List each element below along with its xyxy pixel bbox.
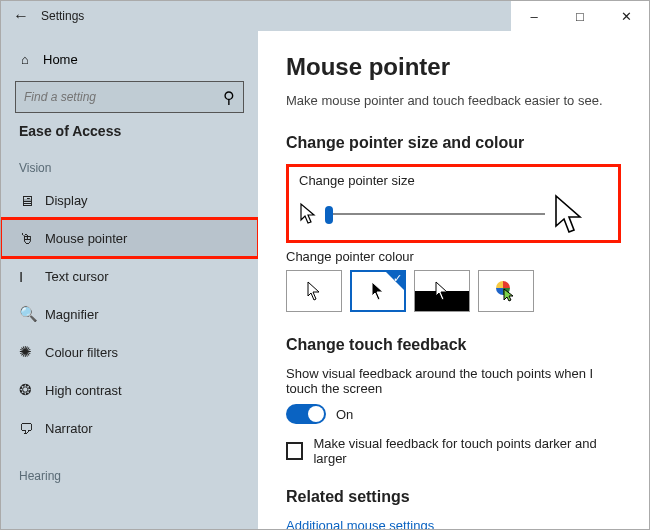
check-icon: ✓ xyxy=(393,272,402,285)
section-size-colour: Change pointer size and colour xyxy=(286,134,621,152)
maximize-button[interactable]: □ xyxy=(557,1,603,31)
sidebar-group-hearing: Hearing xyxy=(1,461,258,489)
pointer-size-label: Change pointer size xyxy=(299,173,608,188)
page-subtitle: Make mouse pointer and touch feedback ea… xyxy=(286,93,621,108)
display-icon: 🖥 xyxy=(19,192,45,209)
darker-larger-checkbox[interactable] xyxy=(286,442,303,460)
pointer-size-highlight: Change pointer size xyxy=(286,164,621,243)
pointer-colour-white[interactable] xyxy=(286,270,342,312)
colour-filters-icon: ✺ xyxy=(19,343,45,361)
toggle-knob xyxy=(308,406,324,422)
cursor-large-icon xyxy=(553,194,585,234)
sidebar-item-text-cursor[interactable]: I Text cursor xyxy=(1,257,258,295)
back-button[interactable]: ← xyxy=(1,7,41,25)
sidebar-item-label: Display xyxy=(45,193,88,208)
toggle-state-label: On xyxy=(336,407,353,422)
search-box[interactable]: ⚲ xyxy=(15,81,244,113)
sidebar-category: Ease of Access xyxy=(1,123,258,139)
slider-thumb[interactable] xyxy=(325,206,333,224)
sidebar-home-label: Home xyxy=(43,52,78,67)
cursor-small-icon xyxy=(299,202,317,226)
page-title: Mouse pointer xyxy=(286,53,621,81)
touch-feedback-toggle[interactable] xyxy=(286,404,326,424)
touch-feedback-desc: Show visual feedback around the touch po… xyxy=(286,366,621,396)
window-title: Settings xyxy=(41,9,84,23)
sidebar-item-high-contrast[interactable]: ❂ High contrast xyxy=(1,371,258,409)
section-related: Related settings xyxy=(286,488,621,506)
high-contrast-icon: ❂ xyxy=(19,381,45,399)
text-cursor-icon: I xyxy=(19,268,45,285)
narrator-icon: 🗩 xyxy=(19,420,45,437)
sidebar: ⌂ Home ⚲ Ease of Access Vision 🖥 Display… xyxy=(1,31,258,529)
close-button[interactable]: ✕ xyxy=(603,1,649,31)
darker-larger-label: Make visual feedback for touch points da… xyxy=(313,436,621,466)
sidebar-item-label: Colour filters xyxy=(45,345,118,360)
content-pane: Mouse pointer Make mouse pointer and tou… xyxy=(258,31,649,529)
minimize-button[interactable]: – xyxy=(511,1,557,31)
slider-track xyxy=(325,213,545,215)
sidebar-item-label: Narrator xyxy=(45,421,93,436)
sidebar-home[interactable]: ⌂ Home xyxy=(1,41,258,77)
pointer-colour-label: Change pointer colour xyxy=(286,249,621,264)
pointer-colour-inverted[interactable] xyxy=(414,270,470,312)
sidebar-item-mouse-pointer[interactable]: 🖰 Mouse pointer xyxy=(1,219,258,257)
sidebar-item-display[interactable]: 🖥 Display xyxy=(1,181,258,219)
search-icon: ⚲ xyxy=(223,88,235,107)
additional-mouse-settings-link[interactable]: Additional mouse settings xyxy=(286,518,621,529)
sidebar-item-label: High contrast xyxy=(45,383,122,398)
sidebar-item-narrator[interactable]: 🗩 Narrator xyxy=(1,409,258,447)
pointer-size-slider[interactable] xyxy=(325,202,545,226)
home-icon: ⌂ xyxy=(21,52,43,67)
pointer-colour-custom[interactable] xyxy=(478,270,534,312)
sidebar-item-colour-filters[interactable]: ✺ Colour filters xyxy=(1,333,258,371)
sidebar-item-magnifier[interactable]: 🔍 Magnifier xyxy=(1,295,258,333)
pointer-colour-black[interactable]: ✓ xyxy=(350,270,406,312)
sidebar-item-label: Text cursor xyxy=(45,269,109,284)
magnifier-icon: 🔍 xyxy=(19,305,45,323)
search-input[interactable] xyxy=(24,90,223,104)
sidebar-item-label: Mouse pointer xyxy=(45,231,127,246)
sidebar-group-vision: Vision xyxy=(1,153,258,181)
sidebar-item-label: Magnifier xyxy=(45,307,98,322)
section-touch: Change touch feedback xyxy=(286,336,621,354)
mouse-icon: 🖰 xyxy=(19,230,45,247)
